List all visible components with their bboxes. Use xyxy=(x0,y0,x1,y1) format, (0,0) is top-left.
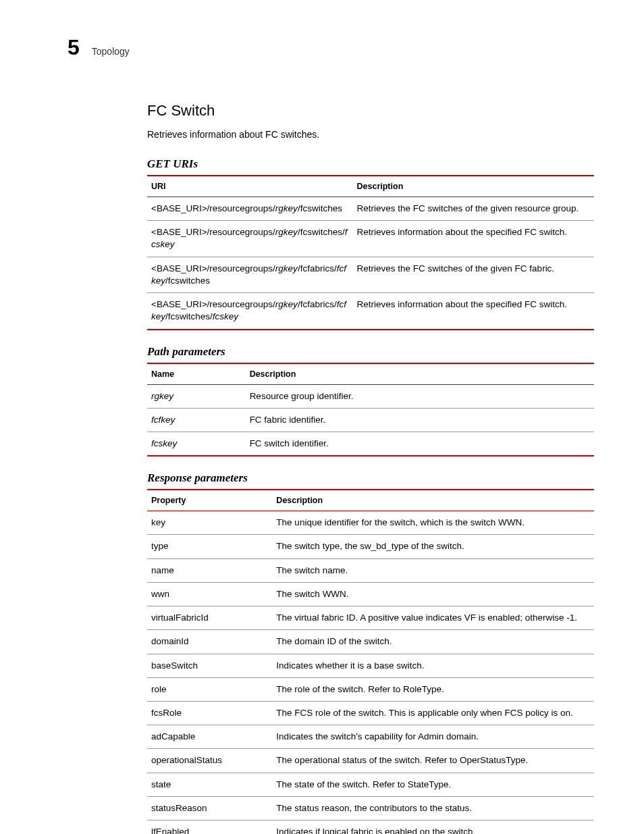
path-parameters-heading: Path parameters xyxy=(147,345,594,359)
name-header: Name xyxy=(147,363,246,385)
description-cell: Retrieves the FC switches of the given F… xyxy=(353,257,594,292)
response-parameters-table: Property Description keyThe unique ident… xyxy=(147,489,594,834)
property-cell: baseSwitch xyxy=(147,654,272,677)
table-row: stateThe state of the switch. Refer to S… xyxy=(147,773,594,796)
get-uris-heading: GET URIs xyxy=(147,157,594,171)
uri-text: <BASE_URI>/resourcegroups/ xyxy=(151,203,275,213)
property-cell: type xyxy=(147,535,272,558)
table-row: <BASE_URI>/resourcegroups/rgkey/fcswitch… xyxy=(147,197,594,221)
description-header: Description xyxy=(272,490,594,511)
property-cell: statusReason xyxy=(147,796,272,820)
uri-cell: <BASE_URI>/resourcegroups/rgkey/fcswitch… xyxy=(147,197,353,221)
table-row: <BASE_URI>/resourcegroups/rgkey/fcswitch… xyxy=(147,221,594,257)
uri-cell: <BASE_URI>/resourcegroups/rgkey/fcfabric… xyxy=(147,293,353,330)
name-cell: fcfkey xyxy=(147,408,246,432)
path-param: rgkey xyxy=(275,263,298,273)
description-cell: Indicates whether it is a base switch. xyxy=(272,654,594,677)
property-cell: lfEnabled xyxy=(147,820,272,834)
description-cell: FC switch identifier. xyxy=(246,432,594,456)
path-param: rgkey xyxy=(275,227,298,237)
description-cell: The switch name. xyxy=(272,558,594,582)
uri-text: /fcswitches/ xyxy=(298,227,345,237)
table-row: <BASE_URI>/resourcegroups/rgkey/fcfabric… xyxy=(147,257,594,292)
table-row: baseSwitchIndicates whether it is a base… xyxy=(147,654,594,677)
content-area: FC Switch Retrieves information about FC… xyxy=(147,102,594,834)
table-row: statusReasonThe status reason, the contr… xyxy=(147,796,594,820)
breadcrumb: Topology xyxy=(92,46,130,57)
description-cell: The FCS role of the switch. This is appl… xyxy=(272,701,594,725)
path-parameters-table: Name Description rgkeyResource group ide… xyxy=(147,363,594,457)
section-description: Retrieves information about FC switches. xyxy=(147,129,594,140)
uri-text: /fcswitches xyxy=(165,276,210,286)
property-cell: fcsRole xyxy=(147,701,272,725)
table-row: roleThe role of the switch. Refer to Rol… xyxy=(147,677,594,701)
description-cell: Retrieves information about the specifie… xyxy=(353,221,594,257)
description-cell: The status reason, the contributors to t… xyxy=(272,796,594,820)
description-cell: The virtual fabric ID. A positive value … xyxy=(272,606,594,630)
description-header: Description xyxy=(246,363,594,385)
section-title: FC Switch xyxy=(147,102,594,120)
description-cell: The domain ID of the switch. xyxy=(272,630,594,654)
description-cell: The switch WWN. xyxy=(272,582,594,606)
table-row: typeThe switch type, the sw_bd_type of t… xyxy=(147,535,594,558)
uri-text: /fcfabrics/ xyxy=(298,263,337,273)
uri-text: /fcswitches xyxy=(298,203,342,213)
table-row: fcskeyFC switch identifier. xyxy=(147,432,594,456)
description-cell: The state of the switch. Refer to StateT… xyxy=(272,773,594,796)
uri-cell: <BASE_URI>/resourcegroups/rgkey/fcfabric… xyxy=(147,257,353,292)
description-cell: The operational status of the switch. Re… xyxy=(272,749,594,773)
table-row: lfEnabledIndicates if logical fabric is … xyxy=(147,820,594,834)
table-row: rgkeyResource group identifier. xyxy=(147,384,594,408)
table-row: domainIdThe domain ID of the switch. xyxy=(147,630,594,654)
table-row: nameThe switch name. xyxy=(147,558,594,582)
path-param: rgkey xyxy=(275,299,298,309)
table-row: virtualFabricIdThe virtual fabric ID. A … xyxy=(147,606,594,630)
table-row: fcsRoleThe FCS role of the switch. This … xyxy=(147,701,594,725)
chapter-number: 5 xyxy=(68,35,80,60)
property-cell: role xyxy=(147,677,272,701)
get-uris-table: URI Description <BASE_URI>/resourcegroup… xyxy=(147,175,594,330)
path-param: rgkey xyxy=(275,203,298,213)
table-row: adCapableIndicates the switch's capabili… xyxy=(147,725,594,749)
description-cell: The unique identifier for the switch, wh… xyxy=(272,511,594,535)
property-cell: wwn xyxy=(147,582,272,606)
property-cell: state xyxy=(147,773,272,796)
uri-text: <BASE_URI>/resourcegroups/ xyxy=(151,263,275,273)
property-cell: domainId xyxy=(147,630,272,654)
description-cell: Retrieves information about the specifie… xyxy=(353,293,594,330)
description-cell: Retrieves the FC switches of the given r… xyxy=(353,197,594,221)
property-cell: virtualFabricId xyxy=(147,606,272,630)
uri-text: <BASE_URI>/resourcegroups/ xyxy=(151,227,275,237)
table-row: fcfkeyFC fabric identifier. xyxy=(147,408,594,432)
table-row: operationalStatusThe operational status … xyxy=(147,749,594,773)
path-param: fcskey xyxy=(213,311,238,321)
uri-text: <BASE_URI>/resourcegroups/ xyxy=(151,299,275,309)
name-cell: fcskey xyxy=(147,432,246,456)
page-header: 5 Topology xyxy=(68,35,594,60)
table-row: keyThe unique identifier for the switch,… xyxy=(147,511,594,535)
description-cell: FC fabric identifier. xyxy=(246,408,594,432)
table-row: <BASE_URI>/resourcegroups/rgkey/fcfabric… xyxy=(147,293,594,330)
description-cell: The switch type, the sw_bd_type of the s… xyxy=(272,535,594,558)
property-header: Property xyxy=(147,490,272,511)
description-cell: Indicates the switch's capability for Ad… xyxy=(272,725,594,749)
property-cell: operationalStatus xyxy=(147,749,272,773)
response-parameters-heading: Response parameters xyxy=(147,471,594,485)
uri-text: /fcswitches/ xyxy=(165,311,213,321)
description-cell: Indicates if logical fabric is enabled o… xyxy=(272,820,594,834)
property-cell: name xyxy=(147,558,272,582)
property-cell: adCapable xyxy=(147,725,272,749)
name-cell: rgkey xyxy=(147,384,246,408)
description-cell: The role of the switch. Refer to RoleTyp… xyxy=(272,677,594,701)
uri-cell: <BASE_URI>/resourcegroups/rgkey/fcswitch… xyxy=(147,221,353,257)
uri-header: URI xyxy=(147,176,353,197)
description-cell: Resource group identifier. xyxy=(246,384,594,408)
table-row: wwnThe switch WWN. xyxy=(147,582,594,606)
description-header: Description xyxy=(353,176,594,197)
uri-text: /fcfabrics/ xyxy=(298,299,337,309)
property-cell: key xyxy=(147,511,272,535)
